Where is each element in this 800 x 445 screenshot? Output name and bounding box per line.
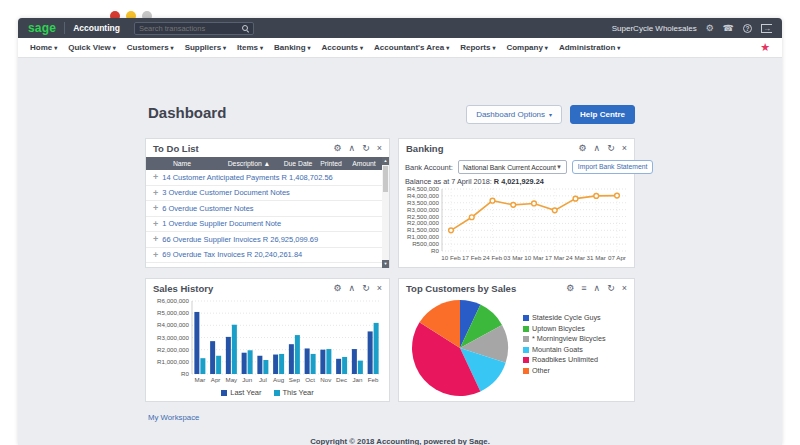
import-bank-statement-button[interactable]: Import Bank Statement [572, 160, 654, 174]
refresh-icon[interactable]: ↻ [362, 283, 370, 293]
chevron-down-icon: ▾ [113, 45, 116, 51]
nav-item-quick-view[interactable]: Quick View▾ [68, 43, 116, 52]
nav-item-company[interactable]: Company▾ [506, 43, 547, 52]
chevron-up-icon[interactable]: ∧ [594, 143, 601, 153]
gear-icon[interactable]: ⚙ [706, 24, 714, 33]
dashboard-options-button[interactable]: Dashboard Options▾ [466, 105, 562, 124]
svg-text:R3,000,000: R3,000,000 [157, 334, 190, 341]
refresh-icon[interactable]: ↻ [362, 143, 370, 153]
topbar-right: SuperCycle Wholesales ⚙ ☎ ? → [612, 24, 772, 33]
customers-legend: Stateside Cycle GuysUptown Bicycles* Mor… [523, 313, 606, 399]
expand-plus-icon[interactable]: + [153, 250, 158, 260]
widget-title: Sales History [153, 283, 213, 294]
todo-column-header[interactable]: Amount [346, 160, 382, 167]
nav-item-reports[interactable]: Reports▾ [460, 43, 495, 52]
chevron-down-icon: ▾ [223, 45, 226, 51]
widget-icons: ⚙∧↻× [579, 143, 627, 153]
expand-plus-icon[interactable]: + [153, 172, 158, 182]
copyright-text: Copyright © 2018 Accounting, powered by … [18, 437, 782, 445]
sales-legend: Last YearThis Year [146, 388, 389, 397]
nav-item-accounts[interactable]: Accounts▾ [322, 43, 363, 52]
scrollbar[interactable]: ▲ ▼ [382, 157, 389, 268]
nav-item-accountant-s-area[interactable]: Accountant's Area▾ [374, 43, 449, 52]
nav-item-customers[interactable]: Customers▾ [127, 43, 174, 52]
expand-plus-icon[interactable]: + [153, 219, 158, 229]
svg-text:R4,000,000: R4,000,000 [407, 192, 440, 199]
close-icon[interactable]: × [622, 283, 627, 293]
chevron-up-icon[interactable]: ∧ [349, 283, 356, 293]
refresh-icon[interactable]: ↻ [607, 143, 615, 153]
bank-account-value: National Bank Current Account [463, 164, 556, 171]
top-customers-widget: Top Customers by Sales ⚙≡∧↻× Stateside C… [398, 278, 635, 402]
nav-item-suppliers[interactable]: Suppliers▾ [185, 43, 226, 52]
scrollbar-thumb[interactable] [383, 166, 388, 192]
refresh-icon[interactable]: ↻ [607, 283, 615, 293]
scroll-down-icon[interactable]: ▼ [382, 260, 389, 268]
expand-plus-icon[interactable]: + [153, 203, 158, 213]
menu-icon[interactable]: ≡ [581, 283, 586, 293]
close-icon[interactable]: × [622, 143, 627, 153]
todo-column-header[interactable]: Printed [316, 160, 346, 167]
chevron-up-icon[interactable]: ∧ [594, 283, 601, 293]
svg-text:R2,500,000: R2,500,000 [407, 213, 440, 220]
todo-widget-header: To Do List ⚙∧↻× [146, 139, 389, 157]
svg-text:R1,000,000: R1,000,000 [157, 358, 190, 365]
svg-text:Aug: Aug [273, 376, 285, 383]
legend-label: * Morningview Bicycles [532, 334, 606, 345]
legend-label: This Year [283, 388, 314, 397]
svg-text:17 Feb: 17 Feb [462, 254, 482, 261]
todo-item-link: 14 Customer Anticipated Payments R 1,408… [162, 173, 333, 182]
screenshot-stage: sage Accounting SuperCycle Wholesales ⚙ … [0, 0, 800, 445]
todo-item[interactable]: +6 Overdue Customer Notes [146, 201, 382, 217]
todo-item[interactable]: +3 Overdue Customer Document Notes [146, 186, 382, 202]
balance-label: Balance as at 7 April 2018: [405, 177, 492, 186]
chevron-up-icon[interactable]: ∧ [349, 143, 356, 153]
gear-icon[interactable]: ⚙ [566, 283, 574, 293]
search-icon[interactable] [242, 25, 249, 32]
chevron-down-icon: ▾ [54, 45, 57, 51]
gear-icon[interactable]: ⚙ [579, 143, 587, 153]
legend-item: Other [523, 366, 606, 377]
svg-text:24 Mar: 24 Mar [566, 254, 585, 261]
bank-account-label: Bank Account: [405, 163, 453, 172]
my-workspace-link[interactable]: My Workspace [148, 413, 199, 422]
nav-item-banking[interactable]: Banking▾ [274, 43, 311, 52]
sales-widget-header: Sales History ⚙∧↻× [146, 279, 389, 297]
logout-icon[interactable]: → [761, 24, 772, 33]
phone-icon[interactable]: ☎ [723, 24, 734, 33]
help-icon[interactable]: ? [743, 24, 752, 33]
widget-title: To Do List [153, 143, 199, 154]
search-box[interactable] [134, 22, 254, 35]
close-icon[interactable]: × [377, 143, 382, 153]
help-centre-button[interactable]: Help Centre [570, 105, 635, 124]
expand-plus-icon[interactable]: + [153, 188, 158, 198]
svg-text:R1,000,000: R1,000,000 [407, 233, 440, 240]
search-input[interactable] [139, 24, 242, 33]
legend-label: Mountain Goats [532, 345, 583, 356]
widget-icons: ⚙∧↻× [334, 143, 382, 153]
close-icon[interactable]: × [377, 283, 382, 293]
svg-text:Oct: Oct [305, 376, 315, 383]
todo-item[interactable]: +1 Overdue Supplier Document Note [146, 217, 382, 233]
todo-item[interactable]: +69 Overdue Tax Invoices R 20,240,261.84 [146, 248, 382, 264]
expand-plus-icon[interactable]: + [153, 234, 158, 244]
todo-column-header[interactable]: Description ▲ [218, 160, 280, 167]
todo-column-header[interactable]: Name [146, 160, 218, 167]
todo-item-link: 66 Overdue Supplier Invoices R 26,925,09… [162, 235, 318, 244]
gear-icon[interactable]: ⚙ [334, 143, 342, 153]
gear-icon[interactable]: ⚙ [334, 283, 342, 293]
product-name: Accounting [73, 23, 120, 33]
nav-item-items[interactable]: Items▾ [237, 43, 263, 52]
bank-account-select[interactable]: National Bank Current Account ▼ [458, 160, 567, 174]
scroll-up-icon[interactable]: ▲ [382, 157, 389, 165]
todo-item[interactable]: +14 Customer Anticipated Payments R 1,40… [146, 170, 382, 186]
todo-column-header[interactable]: Due Date [280, 160, 316, 167]
todo-item[interactable]: +66 Overdue Supplier Invoices R 26,925,0… [146, 232, 382, 248]
nav-item-home[interactable]: Home▾ [30, 43, 57, 52]
legend-item: This Year [274, 388, 314, 397]
favorites-star-icon[interactable]: ★ [760, 41, 770, 54]
banking-widget: Banking ⚙∧↻× Bank Account: National Bank… [398, 138, 635, 268]
chevron-down-icon: ▾ [260, 45, 263, 51]
legend-swatch [523, 347, 529, 353]
nav-item-administration[interactable]: Administration▾ [559, 43, 620, 52]
